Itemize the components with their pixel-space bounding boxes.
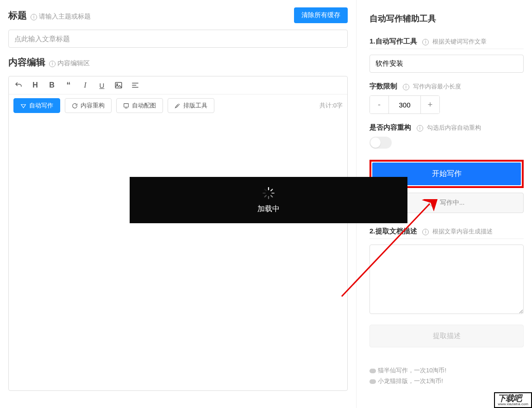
align-icon[interactable] [130,80,140,90]
info-icon: i [417,125,423,132]
extract-desc-hint: 根据文章内容生成描述 [432,228,493,235]
restructure-button[interactable]: 内容重构 [65,98,112,113]
extract-desc-label: 2.提取文档描述 [369,227,417,235]
heading-icon[interactable]: H [30,80,40,90]
word-limit-value[interactable] [388,96,421,113]
svg-rect-11 [264,195,267,197]
info-icon: i [31,14,37,20]
sidebar-title: 自动写作辅助工具 [369,13,524,24]
info-icon: i [49,61,56,67]
watermark-url: www.xiazaiba.com [498,402,528,406]
word-count: 共计:0字 [319,101,343,110]
layout-tool-label: 排版工具 [183,101,207,110]
content-hint: 内容编辑区 [57,59,90,68]
content-section-label: 内容编辑 [8,56,45,69]
clear-cache-button[interactable]: 清除所有缓存 [294,7,348,23]
info-icon: i [403,84,409,90]
restructure-label: 内容重构 [81,101,105,110]
editor-action-bar: 自动写作 内容重构 自动配图 排版工具 共计:0字 [9,94,347,117]
svg-point-1 [117,84,118,85]
watermark: 下载吧 www.xiazaiba.com [494,392,532,408]
auto-write-tool-hint: 根据关键词写作文章 [432,38,487,45]
keyword-input[interactable] [369,55,524,73]
loading-overlay: 加载中 [130,177,407,223]
increase-button[interactable]: + [421,96,439,113]
description-textarea[interactable] [369,245,524,314]
watermark-text: 下载吧 [498,394,521,403]
svg-rect-5 [124,103,129,107]
svg-rect-8 [271,192,275,193]
word-limit-hint: 写作内容最小长度 [413,83,461,90]
title-section-label: 标题 [8,9,27,22]
restructure-toggle-hint: 勾选后内容自动重构 [427,124,481,131]
extract-description-button[interactable]: 提取描述 [369,325,524,347]
cloud-icon [369,369,376,373]
quote-icon[interactable]: “ [63,80,74,90]
note-line-1: 猫半仙写作，一次10淘币! [378,367,446,374]
spinner-icon [429,199,436,207]
auto-image-button[interactable]: 自动配图 [116,98,163,113]
decrease-button[interactable]: - [370,96,388,113]
svg-rect-6 [268,187,269,190]
layout-tool-button[interactable]: 排版工具 [168,98,214,113]
image-icon[interactable] [113,80,124,90]
writing-status-text: 写作中... [440,199,465,207]
auto-image-label: 自动配图 [132,101,156,110]
bold-icon[interactable]: B [47,80,57,90]
title-hint: 请输入主题或标题 [39,13,91,21]
footer-notes: 猫半仙写作，一次10淘币! 小龙猫排版，一次1淘币! [369,365,524,387]
info-icon: i [422,229,429,235]
italic-icon[interactable]: I [80,80,90,90]
svg-rect-9 [270,195,273,197]
svg-rect-12 [263,192,266,193]
note-line-2: 小龙猫排版，一次1淘币! [378,377,443,384]
auto-write-label: 自动写作 [29,101,53,110]
auto-write-button[interactable]: 自动写作 [13,98,60,113]
cloud-icon [369,379,376,384]
auto-write-tool-label: 1.自动写作工具 [369,37,417,45]
svg-rect-13 [264,188,267,191]
underline-icon[interactable]: U [97,80,107,90]
info-icon: i [422,39,429,45]
svg-rect-10 [268,196,269,199]
restructure-toggle-label: 是否内容重构 [369,123,411,131]
word-limit-label: 字数限制 [369,82,397,90]
loading-text: 加载中 [257,204,280,214]
editor-toolbar: H B “ I U [9,76,347,94]
undo-icon[interactable] [13,80,24,90]
word-limit-stepper: - + [369,95,440,114]
restructure-toggle[interactable] [369,137,392,149]
article-title-input[interactable] [8,30,348,48]
svg-rect-7 [270,188,273,191]
content-editor: H B “ I U 自动写作 内容重构 自动配图 [8,76,348,391]
loading-spinner-icon [262,187,275,200]
